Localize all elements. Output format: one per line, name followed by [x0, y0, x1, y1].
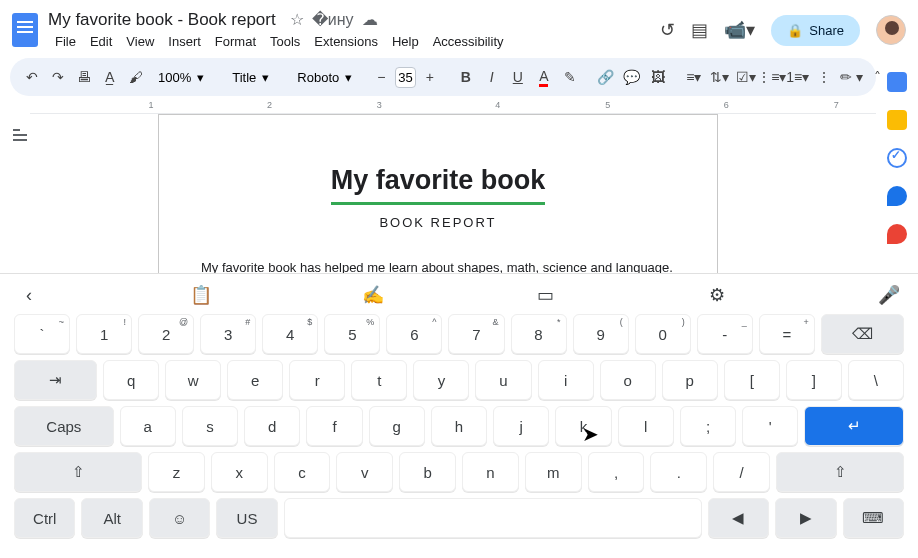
font-size-input[interactable]: 35	[395, 67, 415, 88]
key-;[interactable]: ;	[680, 406, 736, 446]
star-icon[interactable]: ☆	[290, 10, 304, 29]
key-language[interactable]: US	[216, 498, 277, 538]
key-d[interactable]: d	[244, 406, 300, 446]
document-page[interactable]: My favorite book BOOK REPORT My favorite…	[158, 114, 718, 294]
key-3[interactable]: 3#	[200, 314, 256, 354]
contacts-icon[interactable]	[887, 186, 907, 206]
key-shift-right[interactable]: ⇧	[776, 452, 904, 492]
undo-icon[interactable]: ↶	[20, 65, 44, 89]
key-b[interactable]: b	[399, 452, 456, 492]
more-icon[interactable]: ⋮	[812, 65, 836, 89]
kb-floating-icon[interactable]: ▭	[530, 284, 560, 306]
menu-extensions[interactable]: Extensions	[307, 32, 385, 51]
checklist-icon[interactable]: ☑▾	[734, 65, 758, 89]
key-caps[interactable]: Caps	[14, 406, 114, 446]
menu-tools[interactable]: Tools	[263, 32, 307, 51]
history-icon[interactable]: ↺	[660, 19, 675, 41]
menu-insert[interactable]: Insert	[161, 32, 208, 51]
key-arrow-right[interactable]: ▶	[775, 498, 836, 538]
key-q[interactable]: q	[103, 360, 159, 400]
key-tab[interactable]: ⇥	[14, 360, 97, 400]
key-t[interactable]: t	[351, 360, 407, 400]
key-i[interactable]: i	[538, 360, 594, 400]
key-m[interactable]: m	[525, 452, 582, 492]
key-2[interactable]: 2@	[138, 314, 194, 354]
menu-edit[interactable]: Edit	[83, 32, 119, 51]
underline-icon[interactable]: U	[506, 65, 530, 89]
account-avatar[interactable]	[876, 15, 906, 45]
key-alt[interactable]: Alt	[81, 498, 142, 538]
key-s[interactable]: s	[182, 406, 238, 446]
cloud-status-icon[interactable]: ☁	[362, 10, 378, 29]
redo-icon[interactable]: ↷	[46, 65, 70, 89]
key-7[interactable]: 7&	[448, 314, 504, 354]
style-select[interactable]: Title▾	[224, 70, 277, 85]
bold-icon[interactable]: B	[454, 65, 478, 89]
key-w[interactable]: w	[165, 360, 221, 400]
key-\[interactable]: \	[848, 360, 904, 400]
key-,[interactable]: ,	[588, 452, 645, 492]
meet-icon[interactable]: 📹▾	[724, 19, 755, 41]
kb-back-icon[interactable]: ‹	[14, 285, 44, 306]
calendar-icon[interactable]	[887, 72, 907, 92]
docs-app-icon[interactable]	[12, 13, 38, 47]
menu-accessibility[interactable]: Accessibility	[426, 32, 511, 51]
key-u[interactable]: u	[475, 360, 531, 400]
move-icon[interactable]: �ину	[312, 10, 354, 29]
key-'[interactable]: '	[742, 406, 798, 446]
link-icon[interactable]: 🔗	[594, 65, 618, 89]
menu-file[interactable]: File	[48, 32, 83, 51]
key-v[interactable]: v	[336, 452, 393, 492]
menu-help[interactable]: Help	[385, 32, 426, 51]
key-0[interactable]: 0)	[635, 314, 691, 354]
key-h[interactable]: h	[431, 406, 487, 446]
key-9[interactable]: 9(	[573, 314, 629, 354]
key-k[interactable]: k	[555, 406, 611, 446]
key-1[interactable]: 1!	[76, 314, 132, 354]
kb-settings-icon[interactable]: ⚙	[702, 284, 732, 306]
key-backspace[interactable]: ⌫	[821, 314, 904, 354]
key-enter[interactable]: ↵	[804, 406, 904, 446]
font-increase-icon[interactable]: +	[418, 65, 442, 89]
font-select[interactable]: Roboto▾	[289, 70, 357, 85]
key-c[interactable]: c	[274, 452, 331, 492]
image-icon[interactable]: 🖼	[646, 65, 670, 89]
key-n[interactable]: n	[462, 452, 519, 492]
kb-clipboard-icon[interactable]: 📋	[186, 284, 216, 306]
key-j[interactable]: j	[493, 406, 549, 446]
highlight-icon[interactable]: ✎	[558, 65, 582, 89]
menu-view[interactable]: View	[119, 32, 161, 51]
kb-handwriting-icon[interactable]: ✍	[358, 284, 388, 306]
text-color-icon[interactable]: A	[532, 65, 556, 89]
key-x[interactable]: x	[211, 452, 268, 492]
menu-format[interactable]: Format	[208, 32, 263, 51]
key-shift-left[interactable]: ⇧	[14, 452, 142, 492]
key-emoji[interactable]: ☺	[149, 498, 210, 538]
comments-icon[interactable]: ▤	[691, 19, 708, 41]
key-l[interactable]: l	[618, 406, 674, 446]
font-decrease-icon[interactable]: −	[369, 65, 393, 89]
kb-mic-icon[interactable]: 🎤	[874, 284, 904, 306]
comment-icon[interactable]: 💬	[620, 65, 644, 89]
share-button[interactable]: 🔒 Share	[771, 15, 860, 46]
tasks-icon[interactable]	[887, 148, 907, 168]
italic-icon[interactable]: I	[480, 65, 504, 89]
key-p[interactable]: p	[662, 360, 718, 400]
key-o[interactable]: o	[600, 360, 656, 400]
keep-icon[interactable]	[887, 110, 907, 130]
numbered-list-icon[interactable]: 1≡▾	[786, 65, 810, 89]
key-r[interactable]: r	[289, 360, 345, 400]
print-icon[interactable]: 🖶	[72, 65, 96, 89]
key-z[interactable]: z	[148, 452, 205, 492]
spellcheck-icon[interactable]: A̲	[98, 65, 122, 89]
maps-icon[interactable]	[887, 224, 907, 244]
document-title[interactable]: My favorite book - Book report	[48, 10, 276, 30]
key-f[interactable]: f	[306, 406, 362, 446]
key-6[interactable]: 6^	[386, 314, 442, 354]
key-ctrl[interactable]: Ctrl	[14, 498, 75, 538]
key-[[interactable]: [	[724, 360, 780, 400]
key-4[interactable]: 4$	[262, 314, 318, 354]
bullet-list-icon[interactable]: ⋮≡▾	[760, 65, 784, 89]
paint-format-icon[interactable]: 🖌	[124, 65, 148, 89]
zoom-select[interactable]: 100% ▾	[150, 70, 212, 85]
